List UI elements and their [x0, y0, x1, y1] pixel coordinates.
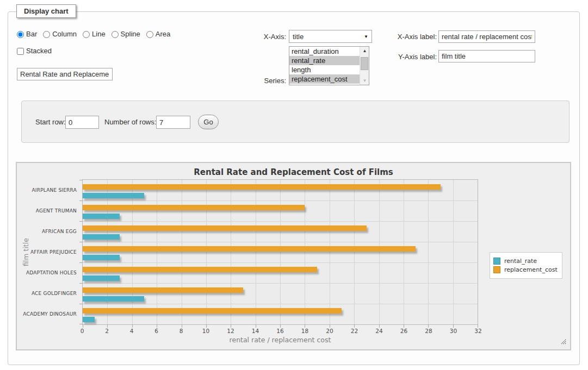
series-option[interactable]: length	[289, 65, 360, 74]
bar-replacement-cost	[83, 225, 367, 231]
chart-type-radio[interactable]	[17, 31, 24, 38]
scroll-down-icon[interactable]: ▼	[360, 77, 369, 85]
stacked-row: Stacked	[17, 47, 52, 55]
series-option[interactable]: replacement_cost	[289, 74, 360, 84]
x-tick-label: 18	[301, 328, 308, 334]
fieldset-legend: Display chart	[16, 4, 76, 18]
bar-rental-rate	[83, 296, 144, 302]
x-tick-label: 32	[474, 328, 481, 334]
x-axis-tick-labels: 02468101214161820222426283032	[82, 328, 478, 335]
num-rows-input[interactable]	[156, 116, 190, 129]
x-tick-label: 16	[276, 328, 283, 334]
x-axis-title: rental rate / replacement cost	[82, 336, 478, 344]
bar-replacement-cost	[83, 205, 305, 210]
chart-container: Rental Rate and Replacement Cost of Film…	[16, 162, 571, 350]
legend-label: replacement_cost	[504, 266, 558, 273]
bar-rental-rate	[83, 214, 120, 219]
chart-type-column[interactable]: Column	[43, 30, 77, 39]
bar-replacement-cost	[83, 308, 342, 313]
x-axis-text-label: X-Axis label:	[361, 33, 437, 41]
x-axis-label: X-Axis:	[221, 33, 286, 41]
bar-series-area: AIRPLANE SIERRAAGENT TRUMANAFRICAN EGGAF…	[83, 180, 478, 324]
category-label: AIRPLANE SIERRA	[32, 187, 77, 193]
chart-title: Rental Rate and Replacement Cost of Film…	[17, 167, 570, 177]
x-tick-label: 6	[154, 328, 158, 334]
category-row: AFFAIR PREJUDICE	[83, 242, 478, 262]
plot-area: AIRPLANE SIERRAAGENT TRUMANAFRICAN EGGAF…	[82, 179, 478, 325]
chart-type-area[interactable]: Area	[146, 30, 170, 39]
category-label: AFRICAN EGG	[42, 229, 77, 234]
chart-type-label: Spline	[121, 30, 140, 39]
legend-label: rental_rate	[504, 258, 537, 265]
category-label: ACE GOLDFINGER	[32, 291, 77, 296]
chart-type-line[interactable]: Line	[83, 30, 106, 39]
legend-item: replacement_cost	[493, 266, 558, 273]
category-label: AFFAIR PREJUDICE	[30, 249, 77, 255]
category-row: ACE GOLDFINGER	[83, 283, 478, 304]
bar-replacement-cost	[83, 267, 317, 272]
category-label: AGENT TRUMAN	[36, 208, 77, 214]
category-row: AIRPLANE SIERRA	[83, 180, 478, 200]
x-axis-label-input[interactable]	[438, 30, 535, 43]
y-axis-label-input[interactable]	[438, 50, 535, 62]
category-row: ACADEMY DINOSAUR	[83, 304, 478, 324]
x-tick-label: 26	[400, 328, 407, 334]
rows-panel: Start row: Number of rows: Go	[21, 101, 570, 143]
chart-type-label: Column	[52, 30, 77, 39]
chart-type-spline[interactable]: Spline	[112, 30, 140, 39]
x-tick-label: 8	[180, 328, 183, 334]
category-label: ACADEMY DINOSAUR	[23, 311, 77, 317]
series-option[interactable]: rental_rate	[289, 56, 360, 65]
chart-type-label: Line	[92, 30, 106, 39]
y-axis-text-label: Y-Axis label:	[361, 53, 437, 61]
x-axis-selected-value: title	[293, 33, 304, 41]
x-tick-label: 22	[351, 328, 358, 334]
category-row: AFRICAN EGG	[83, 221, 478, 242]
legend-swatch	[493, 266, 500, 273]
chart-type-radio-group: BarColumnLineSplineArea	[17, 30, 176, 39]
start-row-label: Start row:	[35, 116, 66, 129]
category-row: ADAPTATION HOLES	[83, 262, 478, 283]
series-label: Series:	[221, 77, 286, 85]
num-rows-label: Number of rows:	[104, 116, 156, 129]
x-tick-label: 30	[450, 328, 457, 334]
series-listbox[interactable]: rental_durationrental_ratelengthreplacem…	[289, 46, 369, 85]
y-axis-title: film title	[21, 179, 30, 325]
chart-legend: rental_ratereplacement_cost	[490, 252, 562, 279]
x-tick-label: 14	[252, 328, 259, 334]
display-chart-fieldset: Display chart BarColumnLineSplineArea St…	[8, 11, 580, 365]
series-option[interactable]: rental_duration	[289, 47, 360, 56]
bar-rental-rate	[83, 255, 120, 260]
x-tick-label: 20	[326, 328, 333, 334]
bar-replacement-cost	[83, 184, 441, 190]
x-tick-label: 28	[425, 328, 432, 334]
category-label: ADAPTATION HOLES	[26, 270, 77, 275]
stacked-label: Stacked	[26, 47, 52, 55]
chart-type-label: Area	[156, 30, 170, 39]
legend-item: rental_rate	[493, 258, 558, 265]
x-tick-label: 2	[105, 328, 109, 334]
chart-type-radio[interactable]	[83, 31, 90, 38]
bar-rental-rate	[83, 275, 120, 281]
bar-rental-rate	[83, 317, 95, 322]
x-tick-label: 10	[202, 328, 209, 334]
chart-type-radio[interactable]	[43, 31, 50, 38]
chart-type-label: Bar	[26, 30, 37, 39]
x-axis-select[interactable]: title ▼	[289, 30, 372, 43]
chart-type-radio[interactable]	[146, 31, 153, 38]
resize-handle-icon[interactable]	[561, 339, 566, 344]
go-button[interactable]: Go	[198, 115, 219, 129]
chart-type-radio[interactable]	[112, 31, 119, 38]
x-tick-label: 24	[375, 328, 382, 334]
category-row: AGENT TRUMAN	[83, 200, 478, 221]
bar-replacement-cost	[83, 287, 243, 293]
stacked-checkbox[interactable]	[17, 48, 24, 55]
x-tick-label: 12	[227, 328, 234, 334]
x-tick-label: 4	[130, 328, 134, 334]
bar-rental-rate	[83, 234, 120, 240]
legend-swatch	[493, 258, 500, 265]
start-row-input[interactable]	[65, 116, 99, 129]
chart-title-input[interactable]	[17, 68, 113, 80]
bar-replacement-cost	[83, 246, 416, 252]
chart-type-bar[interactable]: Bar	[17, 30, 37, 39]
